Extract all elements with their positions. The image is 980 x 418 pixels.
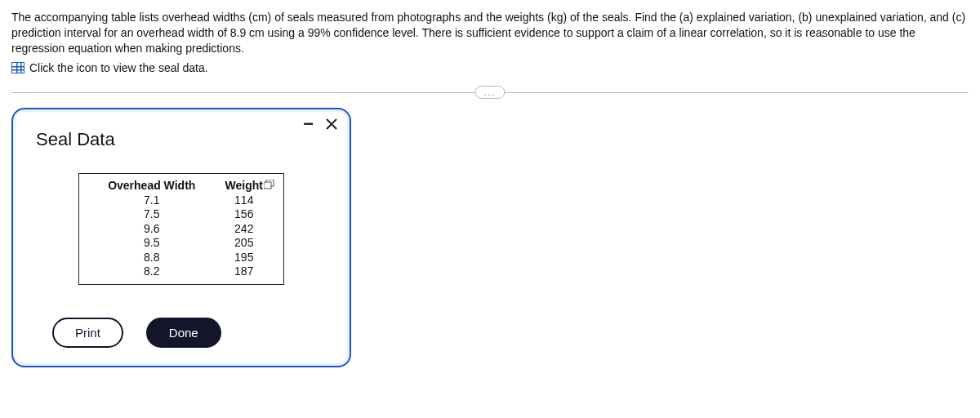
data-link-row[interactable]: Click the icon to view the seal data.: [11, 61, 969, 74]
table-row: 8.2187: [89, 265, 274, 279]
seal-data-modal: − Seal Data Overhead Width Weight 7.1114…: [11, 108, 351, 367]
seal-data-table: Overhead Width Weight 7.1114 7.5156 9.62…: [89, 179, 274, 279]
close-icon[interactable]: [325, 118, 338, 131]
table-row: 9.5205: [89, 236, 274, 251]
data-link-text: Click the icon to view the seal data.: [29, 61, 208, 74]
done-button[interactable]: Done: [146, 318, 221, 348]
cell: 8.8: [89, 251, 215, 265]
cell: 7.1: [89, 193, 215, 208]
section-divider: ...: [11, 92, 969, 93]
table-row: 7.1114: [89, 193, 274, 208]
cell: 114: [215, 193, 274, 208]
cell: 7.5: [89, 207, 215, 222]
table-row: 8.8195: [89, 251, 274, 265]
table-row: 7.5156: [89, 207, 274, 222]
table-icon: [11, 62, 24, 73]
cell: 195: [215, 251, 274, 265]
col-header-width: Overhead Width: [89, 179, 215, 193]
problem-statement: The accompanying table lists overhead wi…: [11, 10, 969, 56]
copy-icon[interactable]: [264, 179, 275, 189]
cell: 242: [215, 222, 274, 237]
cell: 205: [215, 236, 274, 251]
cell: 8.2: [89, 265, 215, 279]
svg-rect-1: [264, 182, 271, 189]
print-button[interactable]: Print: [52, 318, 123, 348]
cell: 156: [215, 207, 274, 222]
table-row: 9.6242: [89, 222, 274, 237]
data-table-card: Overhead Width Weight 7.1114 7.5156 9.62…: [78, 173, 284, 285]
table-header-row: Overhead Width Weight: [89, 179, 274, 193]
cell: 9.5: [89, 236, 215, 251]
ellipsis-pill[interactable]: ...: [474, 86, 505, 99]
modal-title: Seal Data: [36, 129, 332, 150]
cell: 187: [215, 265, 274, 279]
cell: 9.6: [89, 222, 215, 237]
